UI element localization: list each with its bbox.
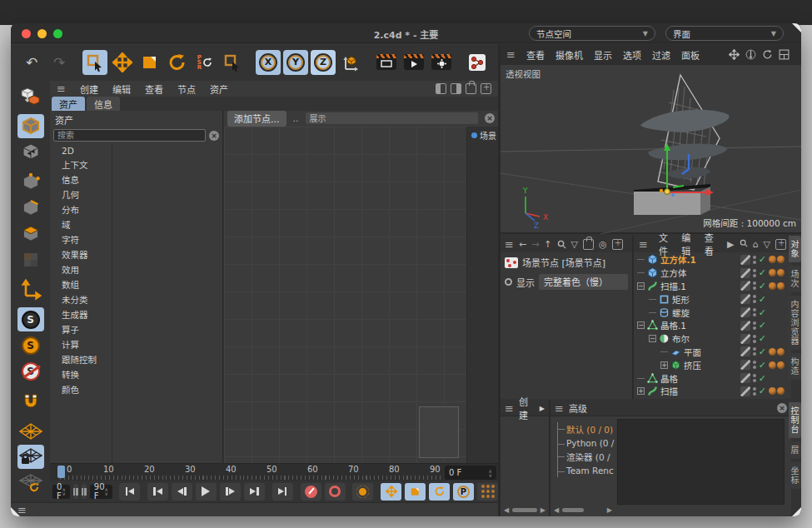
vp-menu-display[interactable]: 显示 [594,48,612,62]
render-to-picture-viewer-button[interactable] [401,50,426,75]
goto-start-button[interactable] [119,483,140,501]
up-icon[interactable]: ↑ [544,239,551,250]
category-item[interactable]: 信息 [50,172,112,187]
interface-dropdown[interactable]: 界面▼ [665,26,784,41]
console-item-python[interactable]: Python (0 / [558,437,615,450]
console-item-renderer[interactable]: 渲染器 (0 / [558,450,615,465]
category-item[interactable]: 上下文 [50,157,112,172]
display-radio[interactable] [505,278,512,286]
edit-toggle[interactable] [740,321,750,331]
more-menu-icon[interactable]: ▶ [727,239,734,250]
object-row[interactable]: 立方体 ✓ [634,266,791,280]
edit-toggle[interactable] [740,294,750,304]
window-resize-corner[interactable] [792,507,801,516]
tag-dot[interactable] [769,256,776,263]
object-row[interactable]: 螺旋 ✓ [634,306,791,319]
expand-expander[interactable]: + [660,361,668,369]
lock-workplane-button[interactable] [17,445,44,469]
new-panel-icon[interactable] [481,83,491,94]
path-icon[interactable]: ⌂ [753,239,759,250]
vp-menu-options[interactable]: 选项 [623,48,641,62]
3d-viewport[interactable]: Y X Z 透视视图 网格间距 : 100000 cm [501,65,801,234]
rotate-tool-button[interactable] [165,50,190,75]
object-row[interactable]: − 布尔 ✓ [634,332,791,346]
object-menu-icon[interactable]: ≡ [639,238,648,251]
split-right-icon[interactable] [451,83,461,94]
vp-menu-view[interactable]: 查看 [526,48,545,62]
playhead[interactable] [57,466,65,478]
menu-edit[interactable]: 编辑 [112,82,131,96]
enable-check[interactable]: ✓ [759,333,766,344]
add-node-button[interactable]: 添加节点... [227,111,286,127]
texture-mode-button[interactable] [17,140,44,164]
visibility-dots[interactable] [753,374,756,382]
prev-key-button[interactable] [147,483,168,501]
orbit-camera-icon[interactable] [762,49,773,60]
edges-mode-button[interactable] [17,196,44,220]
filter-icon[interactable]: ▽ [571,239,578,250]
scene-label[interactable]: 场景 [480,129,496,142]
enable-check[interactable]: ✓ [759,386,766,396]
display-mode-value[interactable]: 完整着色（慢） [539,274,628,290]
category-item[interactable]: 分布 [50,202,112,217]
visibility-dots[interactable] [753,295,756,303]
panel-menu-icon[interactable]: ≡ [57,82,66,95]
object-row[interactable]: 晶格 ✓ [634,371,791,385]
rectangle-selection-button[interactable] [220,50,245,75]
category-item[interactable]: 跟随控制 [50,351,112,366]
object-row[interactable]: 矩形 ✓ [634,292,791,306]
record-rotation-button[interactable] [429,483,450,501]
tag-dot[interactable] [769,348,776,356]
view-label[interactable]: 透视视图 [504,67,542,80]
more-options[interactable]: .. [293,113,299,124]
timeline-ruler[interactable]: 0 10 20 30 40 50 60 70 80 90 0 F∧∨ [50,463,498,481]
category-item[interactable]: 转换 [50,366,112,381]
workplane-axis-button[interactable] [17,277,44,301]
category-item[interactable]: 算子 [50,321,112,336]
category-item[interactable]: 效果器 [50,247,112,262]
record-key-button[interactable] [301,483,321,501]
expand-expander[interactable]: + [637,387,645,395]
menu-create[interactable]: 创建 [80,82,98,96]
vp-menu-panel[interactable]: 面板 [681,48,700,62]
object-row[interactable]: + 挤压 ✓ [634,358,791,371]
visibility-dots[interactable] [753,256,756,264]
edit-toggle[interactable] [740,268,750,278]
edit-toggle[interactable] [740,346,750,356]
clear-search-icon[interactable]: × [209,131,219,141]
snap-modes-button[interactable]: S [17,333,44,357]
add-icon[interactable] [775,239,786,250]
visibility-dots[interactable] [753,321,756,330]
enable-check[interactable]: ✓ [759,373,766,384]
node-filter-input[interactable] [306,112,479,124]
pan-camera-icon[interactable] [729,49,740,60]
enable-check[interactable]: ✓ [759,320,766,331]
material-create-menu[interactable]: 创建 [519,395,535,421]
dolly-camera-icon[interactable] [745,49,756,60]
split-left-icon[interactable] [436,83,446,94]
materials-hscrollbar[interactable]: ◀▶ [504,506,545,514]
forward-icon[interactable]: → [531,239,539,250]
render-settings-button[interactable] [429,50,454,75]
tag-dot[interactable] [769,269,776,276]
next-key-button[interactable] [244,483,265,501]
tab-content-browser[interactable]: 内容浏览器 [789,296,801,350]
collapse-expander[interactable]: − [637,321,645,329]
record-position-button[interactable] [381,483,401,501]
points-mode-button[interactable] [17,170,44,194]
current-frame-spinner[interactable]: 0 F∧∨ [445,466,496,480]
category-item[interactable]: 几何 [50,187,112,202]
object-row[interactable]: + 扫描 ✓ [634,385,791,398]
play-button[interactable] [196,483,217,501]
x-axis-lock-button[interactable]: X [256,50,281,75]
visibility-dots[interactable] [753,347,756,356]
prev-frame-button[interactable] [172,483,192,501]
empty-node-frame[interactable] [419,406,459,458]
uv-mode-button[interactable] [17,247,44,271]
visibility-dots[interactable] [753,269,756,277]
ramp-up-button[interactable] [73,484,78,499]
enable-check[interactable]: ✓ [759,307,766,318]
collapse-expander[interactable]: − [649,335,656,342]
viewport-menu-icon[interactable]: ≡ [506,48,516,61]
polygons-mode-button[interactable] [17,222,44,246]
